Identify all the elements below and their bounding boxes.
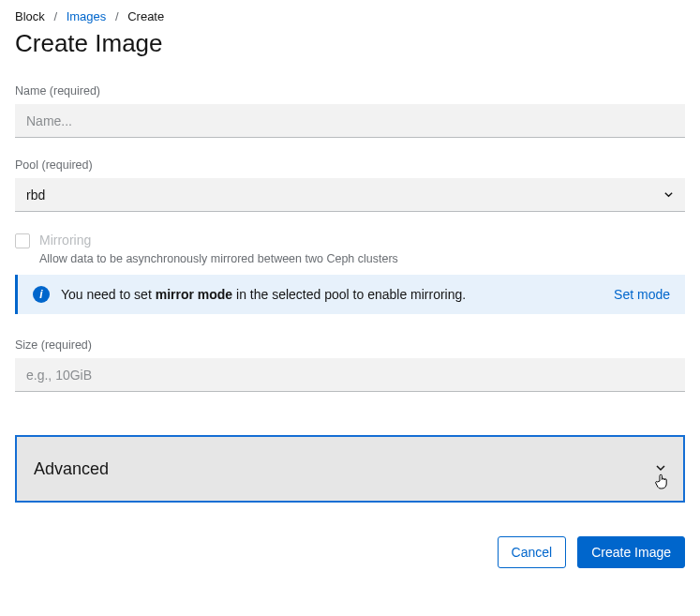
mirroring-description: Allow data to be asynchronously mirrored…: [39, 252, 685, 265]
advanced-toggle[interactable]: Advanced: [15, 435, 685, 503]
page-title: Create Image: [15, 29, 685, 58]
pool-select[interactable]: rbd: [15, 178, 685, 212]
breadcrumb-create: Create: [127, 9, 164, 23]
mirroring-checkbox[interactable]: [15, 233, 30, 248]
chevron-down-icon: [663, 188, 674, 203]
mirror-mode-info-banner: i You need to set mirror mode in the sel…: [15, 275, 685, 314]
field-mirroring: Mirroring Allow data to be asynchronousl…: [15, 233, 685, 265]
cancel-button[interactable]: Cancel: [498, 536, 567, 568]
name-input[interactable]: [15, 104, 685, 138]
breadcrumb-block[interactable]: Block: [15, 9, 45, 23]
chevron-down-icon: [655, 460, 666, 477]
field-pool: Pool (required) rbd: [15, 158, 685, 212]
breadcrumb-images[interactable]: Images: [67, 9, 107, 23]
info-icon: i: [33, 286, 50, 303]
pool-label: Pool (required): [15, 158, 685, 172]
set-mode-link[interactable]: Set mode: [614, 287, 670, 302]
advanced-title: Advanced: [34, 459, 109, 479]
field-size: Size (required): [15, 338, 685, 392]
name-label: Name (required): [15, 84, 685, 98]
breadcrumb-sep: /: [53, 9, 57, 23]
pool-selected-value: rbd: [26, 188, 45, 203]
breadcrumb: Block / Images / Create: [15, 9, 685, 23]
mirroring-label: Mirroring: [39, 233, 91, 248]
field-name: Name (required): [15, 84, 685, 138]
size-input[interactable]: [15, 358, 685, 392]
form-actions: Cancel Create Image: [15, 536, 685, 568]
breadcrumb-sep: /: [115, 9, 119, 23]
info-text: You need to set mirror mode in the selec…: [61, 287, 603, 302]
size-label: Size (required): [15, 338, 685, 352]
create-image-button[interactable]: Create Image: [577, 536, 685, 568]
